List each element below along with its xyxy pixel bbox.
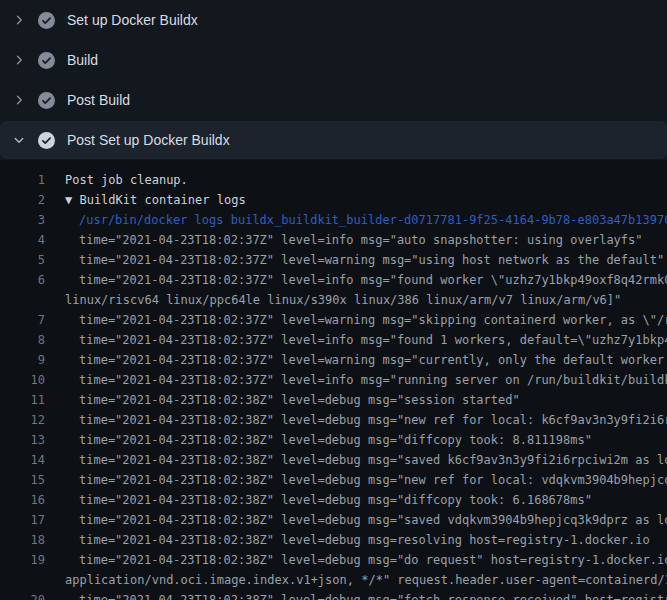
log-line: 16time="2021-04-23T18:02:38Z" level=debu… bbox=[0, 490, 667, 510]
log-line-text: time="2021-04-23T18:02:38Z" level=debug … bbox=[45, 490, 592, 510]
log-line-number[interactable] bbox=[0, 570, 45, 590]
step-header-post-build[interactable]: Post Build bbox=[0, 80, 667, 120]
log-line-number[interactable] bbox=[0, 290, 45, 310]
log-line: linux/riscv64 linux/ppc64le linux/s390x … bbox=[0, 290, 667, 310]
log-line-number[interactable]: 3 bbox=[0, 210, 45, 230]
log-line-text: time="2021-04-23T18:02:38Z" level=debug … bbox=[45, 430, 592, 450]
check-circle-icon bbox=[38, 52, 55, 69]
step-label: Post Set up Docker Buildx bbox=[67, 133, 230, 147]
log-line: 9time="2021-04-23T18:02:37Z" level=warni… bbox=[0, 350, 667, 370]
log-line: 18time="2021-04-23T18:02:38Z" level=debu… bbox=[0, 530, 667, 550]
log-line-text: time="2021-04-23T18:02:37Z" level=info m… bbox=[45, 230, 643, 250]
log-line-number[interactable]: 13 bbox=[0, 430, 45, 450]
log-line: 13time="2021-04-23T18:02:38Z" level=debu… bbox=[0, 430, 667, 450]
log-line-number[interactable]: 1 bbox=[0, 170, 45, 190]
chevron-right-icon bbox=[13, 14, 25, 26]
log-line: 4time="2021-04-23T18:02:37Z" level=info … bbox=[0, 230, 667, 250]
chevron-right-icon bbox=[13, 94, 25, 106]
log-line-text: time="2021-04-23T18:02:38Z" level=debug … bbox=[45, 450, 667, 470]
log-line: 12time="2021-04-23T18:02:38Z" level=debu… bbox=[0, 410, 667, 430]
log-line-number[interactable]: 4 bbox=[0, 230, 45, 250]
log-line-text: linux/riscv64 linux/ppc64le linux/s390x … bbox=[45, 290, 621, 310]
log-line: 6time="2021-04-23T18:02:37Z" level=info … bbox=[0, 270, 667, 290]
log-line: 14time="2021-04-23T18:02:38Z" level=debu… bbox=[0, 450, 667, 470]
log-line-text: time="2021-04-23T18:02:37Z" level=warnin… bbox=[45, 250, 664, 270]
log-line: 17time="2021-04-23T18:02:38Z" level=debu… bbox=[0, 510, 667, 530]
log-line-number[interactable]: 12 bbox=[0, 410, 45, 430]
check-circle-icon bbox=[38, 12, 55, 29]
log-line: application/vnd.oci.image.index.v1+json,… bbox=[0, 570, 667, 590]
log-line: 10time="2021-04-23T18:02:37Z" level=info… bbox=[0, 370, 667, 390]
log-line-text: time="2021-04-23T18:02:37Z" level=info m… bbox=[45, 270, 667, 290]
actions-log-viewer: { "colors": { "page_bg": "#13171e", "log… bbox=[0, 0, 667, 600]
log-line-text: /usr/bin/docker logs buildx_buildkit_bui… bbox=[45, 210, 667, 230]
step-header-post-setup-docker-buildx[interactable]: Post Set up Docker Buildx bbox=[0, 121, 667, 159]
log-line-text: time="2021-04-23T18:02:38Z" level=debug … bbox=[45, 390, 520, 410]
log-line-number[interactable]: 14 bbox=[0, 450, 45, 470]
chevron-down-icon bbox=[13, 134, 25, 146]
log-line: 19time="2021-04-23T18:02:38Z" level=debu… bbox=[0, 550, 667, 570]
steps-list: Set up Docker Buildx Build Post Build Po… bbox=[0, 0, 667, 159]
log-line-number[interactable]: 15 bbox=[0, 470, 45, 490]
log-line-text: time="2021-04-23T18:02:37Z" level=warnin… bbox=[45, 350, 667, 370]
log-line-number[interactable]: 7 bbox=[0, 310, 45, 330]
log-line: 1Post job cleanup. bbox=[0, 170, 667, 190]
log-line-number[interactable]: 11 bbox=[0, 390, 45, 410]
log-line-number[interactable]: 10 bbox=[0, 370, 45, 390]
log-line-number[interactable]: 20 bbox=[0, 590, 45, 600]
log-line: 8time="2021-04-23T18:02:37Z" level=info … bbox=[0, 330, 667, 350]
log-line-number[interactable]: 19 bbox=[0, 550, 45, 570]
step-header-build[interactable]: Build bbox=[0, 40, 667, 80]
log-line: 20time="2021-04-23T18:02:38Z" level=debu… bbox=[0, 590, 667, 600]
log-line-text: time="2021-04-23T18:02:38Z" level=debug … bbox=[45, 470, 667, 490]
log-line-text: time="2021-04-23T18:02:38Z" level=debug … bbox=[45, 590, 667, 600]
log-line-text: ▼ BuildKit container logs bbox=[45, 190, 246, 210]
log-line: 11time="2021-04-23T18:02:38Z" level=debu… bbox=[0, 390, 667, 410]
step-header-setup-docker-buildx[interactable]: Set up Docker Buildx bbox=[0, 0, 667, 40]
log-line: 15time="2021-04-23T18:02:38Z" level=debu… bbox=[0, 470, 667, 490]
chevron-right-icon bbox=[13, 54, 25, 66]
log-line-text: time="2021-04-23T18:02:38Z" level=debug … bbox=[45, 410, 667, 430]
log-line-text: time="2021-04-23T18:02:38Z" level=debug … bbox=[45, 550, 667, 570]
log-line-number[interactable]: 2 bbox=[0, 190, 45, 210]
check-circle-icon bbox=[38, 92, 55, 109]
log-line-text: time="2021-04-23T18:02:38Z" level=debug … bbox=[45, 510, 667, 530]
log-line: 3/usr/bin/docker logs buildx_buildkit_bu… bbox=[0, 210, 667, 230]
log-line-text: time="2021-04-23T18:02:37Z" level=info m… bbox=[45, 370, 667, 390]
log-line-number[interactable]: 16 bbox=[0, 490, 45, 510]
step-label: Build bbox=[67, 53, 98, 67]
log-line-number[interactable]: 9 bbox=[0, 350, 45, 370]
check-circle-icon bbox=[38, 132, 55, 149]
log-line-number[interactable]: 17 bbox=[0, 510, 45, 530]
log-line-number[interactable]: 5 bbox=[0, 250, 45, 270]
log-line-text: time="2021-04-23T18:02:37Z" level=warnin… bbox=[45, 310, 667, 330]
log-container: 1Post job cleanup.2▼ BuildKit container … bbox=[0, 160, 667, 600]
log-line-number[interactable]: 6 bbox=[0, 270, 45, 290]
step-label: Set up Docker Buildx bbox=[67, 13, 198, 27]
log-line[interactable]: 2▼ BuildKit container logs bbox=[0, 190, 667, 210]
log-line-text: time="2021-04-23T18:02:38Z" level=debug … bbox=[45, 530, 650, 550]
log-line-number[interactable]: 8 bbox=[0, 330, 45, 350]
log-line-text: time="2021-04-23T18:02:37Z" level=info m… bbox=[45, 330, 667, 350]
log-line: 7time="2021-04-23T18:02:37Z" level=warni… bbox=[0, 310, 667, 330]
step-label: Post Build bbox=[67, 93, 130, 107]
log-line: 5time="2021-04-23T18:02:37Z" level=warni… bbox=[0, 250, 667, 270]
log-line-number[interactable]: 18 bbox=[0, 530, 45, 550]
log-line-text: application/vnd.oci.image.index.v1+json,… bbox=[45, 570, 667, 590]
log-line-text: Post job cleanup. bbox=[45, 170, 188, 190]
